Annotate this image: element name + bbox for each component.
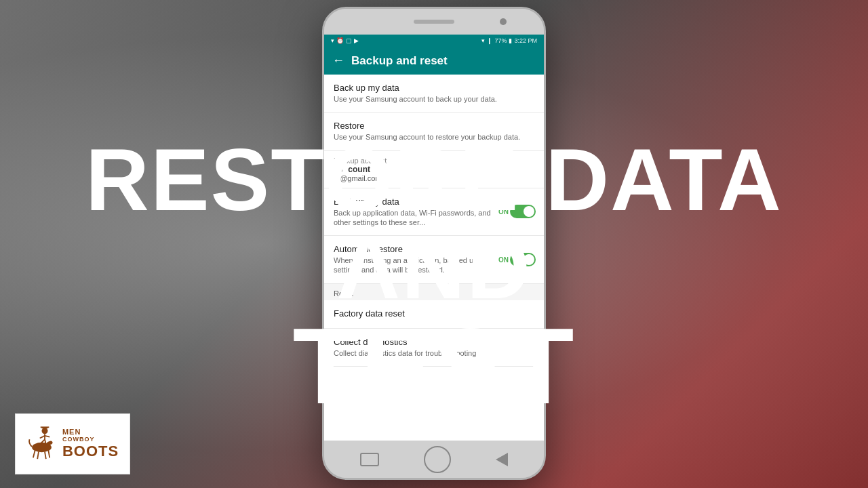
backup-account-up: up: [334, 165, 342, 174]
setting-collect-diagnostics[interactable]: Collect diagnostics Collect diagnostics …: [324, 329, 544, 367]
wifi-icon: ▾: [331, 37, 334, 44]
phone-top-bar: [324, 9, 544, 35]
toggle-knob: [524, 206, 534, 217]
svg-line-9: [37, 451, 39, 459]
back-arrow-icon[interactable]: ←: [332, 54, 344, 68]
svg-line-11: [48, 450, 50, 458]
svg-line-4: [40, 435, 45, 438]
home-button[interactable]: [424, 446, 451, 473]
sound-icon: ▶: [354, 37, 359, 44]
screen-content: Back up my data Use your Samsung account…: [324, 75, 544, 441]
setting-restore[interactable]: Restore Use your Samsung account to rest…: [324, 113, 544, 150]
setting-auto-restore[interactable]: Automatic restore When reinstalling an a…: [324, 236, 544, 284]
back-button[interactable]: [496, 453, 508, 466]
time-display: 3:22 PM: [514, 37, 537, 44]
svg-rect-2: [41, 426, 50, 428]
svg-line-10: [45, 451, 46, 459]
backup-account-label: Backup account: [334, 157, 534, 165]
status-icons-right: ▾ ❙ 77% ▮ 3:22 PM: [481, 37, 537, 44]
toggle-on-label: ON: [498, 208, 509, 216]
logo-men-text: MEN: [62, 428, 119, 436]
backup-account-email: ...@gmail.com: [334, 174, 534, 182]
logo-wrapper: MEN COWBOY BOOTS: [26, 426, 119, 463]
setting-title: Automatic restore: [334, 244, 534, 254]
logo-boots-text: BOOTS: [62, 443, 119, 460]
logo-cowboy-text: COWBOY: [62, 436, 119, 443]
wifi-signal-icon: ▾: [481, 37, 485, 44]
svg-line-8: [33, 450, 35, 458]
reset-section-header: Reset: [324, 284, 544, 300]
collect-diagnostics-title: Collect diagnostics: [334, 337, 534, 347]
setting-desc: Use your Samsung account to back up your…: [334, 94, 534, 104]
collect-diagnostics-desc: Collect diagnostics data for troubleshoo…: [334, 348, 534, 358]
svg-line-5: [45, 435, 50, 436]
setting-back-up-my-data[interactable]: Back up my data Use your Samsung account…: [324, 75, 544, 113]
screen-icon: ▢: [346, 37, 352, 44]
setting-title: Back up my data: [334, 197, 534, 207]
cowboy-logo-icon: [26, 426, 57, 463]
phone-speaker: [414, 20, 454, 24]
phone-camera: [500, 18, 507, 25]
toggle-knob-2: [524, 254, 534, 265]
setting-factory-reset[interactable]: Factory data reset: [324, 300, 544, 329]
header-title: Backup and reset: [351, 54, 448, 68]
setting-title: Back up my data: [334, 83, 534, 93]
alarm-icon: ⏰: [336, 37, 344, 44]
battery-percent: 77%: [494, 37, 507, 44]
phone-body: ▾ ⏰ ▢ ▶ ▾ ❙ 77% ▮ 3:22 PM ← Backup and r…: [322, 7, 546, 480]
recent-apps-button[interactable]: [360, 453, 379, 466]
battery-icon: ▮: [509, 37, 512, 44]
auto-restore-toggle[interactable]: [510, 253, 536, 266]
setting-desc: Use your Samsung account to restore your…: [334, 132, 534, 142]
logo-text-block: MEN COWBOY BOOTS: [62, 428, 119, 460]
status-icons-left: ▾ ⏰ ▢ ▶: [331, 37, 359, 44]
svg-point-0: [41, 428, 47, 434]
reset-label: Reset: [334, 289, 353, 298]
backup-toggle[interactable]: [510, 205, 536, 218]
backup-account-count: count: [348, 165, 370, 174]
signal-icon: ❙: [487, 37, 492, 44]
toggle-on-label-2: ON: [498, 256, 509, 263]
status-bar: ▾ ⏰ ▢ ▶ ▾ ❙ 77% ▮ 3:22 PM: [324, 35, 544, 47]
setting-backup-toggle[interactable]: Back up my data Back up application data…: [324, 188, 544, 237]
phone-bottom-bar: [324, 441, 544, 478]
app-header: ← Backup and reset: [324, 47, 544, 75]
phone-device: ▾ ⏰ ▢ ▶ ▾ ❙ 77% ▮ 3:22 PM ← Backup and r…: [322, 7, 546, 480]
factory-reset-title: Factory data reset: [334, 308, 534, 319]
backup-account-row[interactable]: Backup account up count ...@gmail.com: [324, 151, 544, 188]
brand-logo-box: MEN COWBOY BOOTS: [15, 413, 130, 474]
setting-title: Restore: [334, 121, 534, 131]
